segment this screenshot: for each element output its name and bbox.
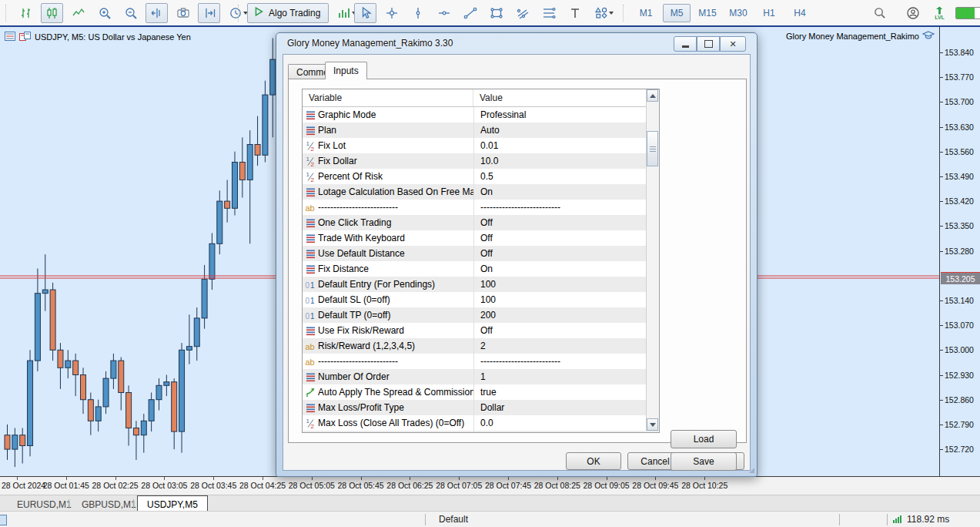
table-row[interactable]: 12Fix Dollar10.0	[303, 153, 659, 169]
candlestick-chart-icon[interactable]	[41, 3, 63, 23]
table-row[interactable]: 01Default SL (0=off)100	[303, 292, 659, 307]
time-axis-label: 28 Oct 09:45	[632, 481, 678, 490]
scrollbar-thumb[interactable]	[647, 131, 658, 166]
table-row[interactable]: 12Percent Of Risk0.5	[303, 169, 659, 184]
param-value[interactable]: --------------------------	[473, 200, 659, 215]
chart-windows-icon[interactable]	[19, 32, 31, 42]
table-row[interactable]: 12	[303, 431, 659, 433]
camera-icon[interactable]	[172, 3, 194, 23]
table-row[interactable]: Trade With KeyboardOff	[303, 230, 659, 246]
ea-cap-icon[interactable]	[922, 31, 935, 42]
chart-tab-usdjpym5[interactable]: USDJPY,M5	[137, 495, 208, 512]
table-row[interactable]: Max Loss/Profit TypeDollar	[303, 400, 659, 415]
zoom-in-icon[interactable]	[93, 3, 115, 23]
table-scrollbar[interactable]	[646, 89, 659, 431]
chevron-down-icon[interactable]	[609, 12, 614, 15]
line-chart-icon[interactable]	[67, 3, 89, 23]
int-type-icon: 01	[303, 279, 318, 290]
timeframe-H1[interactable]: H1	[755, 4, 783, 22]
param-value[interactable]: 0.01	[473, 138, 659, 153]
vertical-line-icon[interactable]	[406, 3, 429, 23]
text-icon[interactable]	[564, 3, 586, 23]
param-value[interactable]: 200	[473, 307, 659, 323]
table-row[interactable]: ab--------------------------------------…	[303, 354, 659, 369]
search-icon[interactable]	[868, 3, 891, 23]
maximize-button[interactable]	[697, 36, 720, 52]
level-up-icon[interactable]: LVL	[935, 6, 945, 20]
shift-chart-left-icon[interactable]	[145, 3, 168, 23]
andrews-pitchfork-icon[interactable]	[511, 3, 533, 23]
horizontal-line-icon[interactable]	[433, 3, 455, 23]
load-button[interactable]: Load	[671, 430, 737, 448]
equidistant-channel-icon[interactable]	[485, 3, 507, 23]
table-row[interactable]: Auto Apply The Spread & Commissiontrue	[303, 384, 659, 400]
param-value[interactable]: Off	[473, 215, 659, 230]
param-value[interactable]: 2	[473, 338, 659, 354]
table-row[interactable]: 01Default Entry (For Pendings)100	[303, 277, 659, 292]
close-button[interactable]: ✕	[720, 36, 746, 52]
minimize-button[interactable]	[674, 36, 697, 52]
param-value[interactable]: On	[473, 184, 659, 200]
param-value[interactable]: 0.0	[473, 415, 659, 431]
table-row[interactable]: abRisk/Reward (1,2,3,4,5)2	[303, 338, 659, 354]
param-value[interactable]: Off	[473, 323, 659, 338]
resize-grip[interactable]: ◢	[749, 466, 754, 474]
int-type-icon: 01	[303, 310, 318, 321]
param-value[interactable]: 100	[473, 277, 659, 292]
table-row[interactable]: ab--------------------------------------…	[303, 200, 659, 215]
param-value[interactable]: Off	[473, 246, 659, 261]
tab-inputs[interactable]: Inputs	[325, 62, 367, 79]
table-row[interactable]: Use Default DistanceOff	[303, 246, 659, 261]
table-row[interactable]: Fix DistanceOn	[303, 261, 659, 277]
param-value[interactable]: Auto	[473, 123, 659, 138]
cursor-icon[interactable]	[354, 3, 376, 23]
time-axis: 28 Oct 202428 Oct 01:4528 Oct 02:2528 Oc…	[0, 476, 980, 495]
trendline-icon[interactable]	[459, 3, 481, 23]
table-row[interactable]: Use Fix Risk/RewardOff	[303, 323, 659, 338]
param-value[interactable]: 10.0	[473, 153, 659, 169]
account-icon[interactable]	[901, 3, 924, 23]
scroll-down-button[interactable]	[647, 418, 658, 431]
param-value[interactable]: --------------------------	[473, 354, 659, 369]
shapes-icon[interactable]	[590, 3, 617, 23]
crosshair-icon[interactable]	[380, 3, 403, 23]
param-value[interactable]	[473, 431, 659, 433]
bar-chart-icon[interactable]	[15, 3, 37, 23]
timeframe-M15[interactable]: M15	[694, 4, 721, 22]
param-value[interactable]: On	[473, 261, 659, 277]
table-row[interactable]: One Click TradingOff	[303, 215, 659, 230]
timeframe-M5[interactable]: M5	[663, 4, 691, 22]
table-row[interactable]: 01Default TP (0=off)200	[303, 307, 659, 323]
table-row[interactable]: 12Max Loss (Close All Trades) (0=Off)0.0	[303, 415, 659, 431]
chart-list-icon[interactable]	[5, 32, 15, 42]
table-row[interactable]: Lotage Calculation Based On Free MarginO…	[303, 184, 659, 200]
time-axis-label: 28 Oct 05:45	[338, 481, 384, 490]
param-value[interactable]: 0.5	[473, 169, 659, 184]
algo-trading-button[interactable]: Algo Trading	[247, 3, 329, 23]
param-value[interactable]: true	[473, 384, 659, 400]
param-value[interactable]: 100	[473, 292, 659, 307]
profile-label[interactable]: Default	[439, 514, 468, 525]
dialog-body: Common Inputs Variable Value Graphic Mod…	[283, 54, 751, 471]
table-row[interactable]: Graphic ModeProfessinal	[303, 107, 659, 123]
timeframe-M30[interactable]: M30	[724, 4, 752, 22]
fibonacci-icon[interactable]	[537, 3, 560, 23]
table-row[interactable]: Number Of Order1	[303, 369, 659, 384]
table-row[interactable]: PlanAuto	[303, 123, 659, 138]
chart-tab-gbpusdm1[interactable]: GBPUSD,M1	[72, 497, 145, 512]
param-value[interactable]: Professinal	[473, 107, 659, 123]
zoom-out-icon[interactable]	[119, 3, 142, 23]
ok-button[interactable]: OK	[566, 452, 621, 470]
price-axis-label: 153.420	[945, 196, 974, 206]
param-value[interactable]: Dollar	[473, 400, 659, 415]
timeframe-H4[interactable]: H4	[786, 4, 814, 22]
param-value[interactable]: Off	[473, 230, 659, 246]
chart-tab-eurusdm1[interactable]: EURUSD,M1	[8, 497, 81, 512]
scroll-up-button[interactable]	[647, 89, 658, 102]
save-button[interactable]: Save	[671, 452, 737, 471]
param-value[interactable]: 1	[473, 369, 659, 384]
param-name: Default TP (0=off)	[318, 310, 473, 321]
shift-chart-right-icon[interactable]	[198, 3, 220, 23]
timeframe-M1[interactable]: M1	[632, 4, 660, 22]
table-row[interactable]: 12Fix Lot0.01	[303, 138, 659, 153]
